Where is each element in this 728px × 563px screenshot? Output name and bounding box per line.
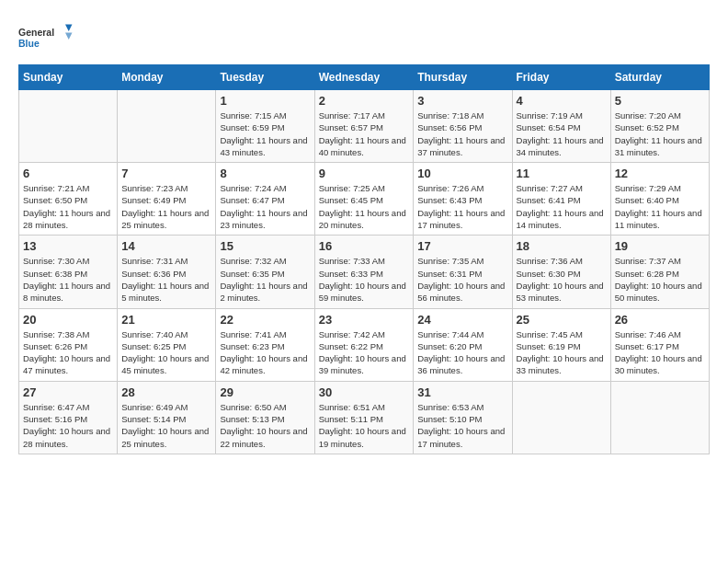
day-info: Sunrise: 7:26 AM Sunset: 6:43 PM Dayligh… <box>417 182 507 231</box>
weekday-header: Wednesday <box>314 65 414 90</box>
calendar-cell: 24Sunrise: 7:44 AM Sunset: 6:20 PM Dayli… <box>414 308 512 381</box>
day-number: 4 <box>517 94 607 108</box>
day-number: 7 <box>121 167 211 180</box>
day-number: 11 <box>517 167 607 180</box>
calendar-cell: 25Sunrise: 7:45 AM Sunset: 6:19 PM Dayli… <box>512 308 610 381</box>
day-number: 26 <box>615 313 705 327</box>
calendar-cell: 8Sunrise: 7:24 AM Sunset: 6:47 PM Daylig… <box>216 163 314 236</box>
calendar-week-row: 6Sunrise: 7:21 AM Sunset: 6:50 PM Daylig… <box>19 163 710 236</box>
day-number: 30 <box>319 385 410 399</box>
day-info: Sunrise: 7:36 AM Sunset: 6:30 PM Dayligh… <box>517 255 607 304</box>
svg-text:Blue: Blue <box>18 38 40 49</box>
logo-svg: General Blue <box>18 18 74 55</box>
calendar-cell: 17Sunrise: 7:35 AM Sunset: 6:31 PM Dayli… <box>414 236 512 308</box>
calendar-cell: 7Sunrise: 7:23 AM Sunset: 6:49 PM Daylig… <box>118 163 216 236</box>
calendar-cell: 4Sunrise: 7:19 AM Sunset: 6:54 PM Daylig… <box>512 90 610 163</box>
weekday-header-row: SundayMondayTuesdayWednesdayThursdayFrid… <box>19 65 710 90</box>
day-info: Sunrise: 7:19 AM Sunset: 6:54 PM Dayligh… <box>517 109 607 158</box>
calendar-cell: 27Sunrise: 6:47 AM Sunset: 5:16 PM Dayli… <box>19 381 118 454</box>
day-number: 29 <box>220 385 310 399</box>
calendar-cell <box>19 90 118 163</box>
calendar-week-row: 20Sunrise: 7:38 AM Sunset: 6:26 PM Dayli… <box>19 308 710 381</box>
day-info: Sunrise: 7:27 AM Sunset: 6:41 PM Dayligh… <box>517 182 607 231</box>
day-info: Sunrise: 7:40 AM Sunset: 6:25 PM Dayligh… <box>121 328 211 377</box>
day-info: Sunrise: 6:53 AM Sunset: 5:10 PM Dayligh… <box>417 401 507 450</box>
calendar-cell: 11Sunrise: 7:27 AM Sunset: 6:41 PM Dayli… <box>512 163 610 236</box>
weekday-header: Thursday <box>414 65 512 90</box>
calendar-cell: 1Sunrise: 7:15 AM Sunset: 6:59 PM Daylig… <box>216 90 314 163</box>
weekday-header: Friday <box>512 65 610 90</box>
day-number: 6 <box>23 167 113 180</box>
day-info: Sunrise: 7:20 AM Sunset: 6:52 PM Dayligh… <box>615 109 705 158</box>
day-info: Sunrise: 7:38 AM Sunset: 6:26 PM Dayligh… <box>23 328 113 377</box>
day-info: Sunrise: 7:29 AM Sunset: 6:40 PM Dayligh… <box>615 182 705 231</box>
calendar-cell: 18Sunrise: 7:36 AM Sunset: 6:30 PM Dayli… <box>512 236 610 308</box>
day-number: 19 <box>615 239 705 253</box>
page-header: General Blue <box>18 18 710 55</box>
calendar-cell: 6Sunrise: 7:21 AM Sunset: 6:50 PM Daylig… <box>19 163 118 236</box>
weekday-header: Monday <box>118 65 216 90</box>
day-number: 9 <box>319 167 410 180</box>
day-number: 3 <box>417 94 507 108</box>
day-number: 16 <box>319 239 410 253</box>
day-info: Sunrise: 7:30 AM Sunset: 6:38 PM Dayligh… <box>23 255 113 304</box>
calendar-cell: 12Sunrise: 7:29 AM Sunset: 6:40 PM Dayli… <box>610 163 709 236</box>
svg-marker-3 <box>65 33 73 40</box>
day-number: 14 <box>121 239 211 253</box>
calendar-cell: 15Sunrise: 7:32 AM Sunset: 6:35 PM Dayli… <box>216 236 314 308</box>
day-info: Sunrise: 7:15 AM Sunset: 6:59 PM Dayligh… <box>220 109 310 158</box>
day-number: 18 <box>517 239 607 253</box>
day-number: 31 <box>417 385 507 399</box>
calendar-cell: 10Sunrise: 7:26 AM Sunset: 6:43 PM Dayli… <box>414 163 512 236</box>
weekday-header: Saturday <box>610 65 709 90</box>
calendar-cell <box>610 381 709 454</box>
day-number: 22 <box>220 313 310 327</box>
day-info: Sunrise: 7:32 AM Sunset: 6:35 PM Dayligh… <box>220 255 310 304</box>
calendar-cell: 30Sunrise: 6:51 AM Sunset: 5:11 PM Dayli… <box>314 381 414 454</box>
day-info: Sunrise: 7:41 AM Sunset: 6:23 PM Dayligh… <box>220 328 310 377</box>
calendar-cell: 16Sunrise: 7:33 AM Sunset: 6:33 PM Dayli… <box>314 236 414 308</box>
calendar-cell <box>512 381 610 454</box>
day-info: Sunrise: 6:47 AM Sunset: 5:16 PM Dayligh… <box>23 401 113 450</box>
calendar-cell: 19Sunrise: 7:37 AM Sunset: 6:28 PM Dayli… <box>610 236 709 308</box>
day-info: Sunrise: 7:24 AM Sunset: 6:47 PM Dayligh… <box>220 182 310 231</box>
calendar-cell: 20Sunrise: 7:38 AM Sunset: 6:26 PM Dayli… <box>19 308 118 381</box>
calendar-week-row: 1Sunrise: 7:15 AM Sunset: 6:59 PM Daylig… <box>19 90 710 163</box>
day-info: Sunrise: 7:46 AM Sunset: 6:17 PM Dayligh… <box>615 328 705 377</box>
svg-text:General: General <box>18 27 54 38</box>
day-number: 2 <box>319 94 410 108</box>
calendar-cell: 9Sunrise: 7:25 AM Sunset: 6:45 PM Daylig… <box>314 163 414 236</box>
logo: General Blue <box>18 18 74 55</box>
day-info: Sunrise: 6:50 AM Sunset: 5:13 PM Dayligh… <box>220 401 310 450</box>
calendar-cell: 31Sunrise: 6:53 AM Sunset: 5:10 PM Dayli… <box>414 381 512 454</box>
day-number: 1 <box>220 94 310 108</box>
calendar-cell: 28Sunrise: 6:49 AM Sunset: 5:14 PM Dayli… <box>118 381 216 454</box>
day-number: 17 <box>417 239 507 253</box>
day-info: Sunrise: 7:21 AM Sunset: 6:50 PM Dayligh… <box>23 182 113 231</box>
calendar-cell: 26Sunrise: 7:46 AM Sunset: 6:17 PM Dayli… <box>610 308 709 381</box>
day-number: 15 <box>220 239 310 253</box>
day-number: 23 <box>319 313 410 327</box>
day-info: Sunrise: 7:17 AM Sunset: 6:57 PM Dayligh… <box>319 109 410 158</box>
svg-marker-2 <box>65 25 73 32</box>
day-number: 20 <box>23 313 113 327</box>
day-info: Sunrise: 7:25 AM Sunset: 6:45 PM Dayligh… <box>319 182 410 231</box>
calendar-cell: 29Sunrise: 6:50 AM Sunset: 5:13 PM Dayli… <box>216 381 314 454</box>
day-number: 24 <box>417 313 507 327</box>
day-info: Sunrise: 7:45 AM Sunset: 6:19 PM Dayligh… <box>517 328 607 377</box>
day-info: Sunrise: 6:51 AM Sunset: 5:11 PM Dayligh… <box>319 401 410 450</box>
day-info: Sunrise: 7:42 AM Sunset: 6:22 PM Dayligh… <box>319 328 410 377</box>
weekday-header: Sunday <box>19 65 118 90</box>
day-number: 21 <box>121 313 211 327</box>
day-info: Sunrise: 7:31 AM Sunset: 6:36 PM Dayligh… <box>121 255 211 304</box>
weekday-header: Tuesday <box>216 65 314 90</box>
calendar-cell <box>118 90 216 163</box>
day-info: Sunrise: 7:44 AM Sunset: 6:20 PM Dayligh… <box>417 328 507 377</box>
calendar-table: SundayMondayTuesdayWednesdayThursdayFrid… <box>18 64 710 454</box>
day-info: Sunrise: 7:18 AM Sunset: 6:56 PM Dayligh… <box>417 109 507 158</box>
calendar-cell: 14Sunrise: 7:31 AM Sunset: 6:36 PM Dayli… <box>118 236 216 308</box>
calendar-cell: 21Sunrise: 7:40 AM Sunset: 6:25 PM Dayli… <box>118 308 216 381</box>
day-number: 5 <box>615 94 705 108</box>
calendar-cell: 5Sunrise: 7:20 AM Sunset: 6:52 PM Daylig… <box>610 90 709 163</box>
calendar-week-row: 27Sunrise: 6:47 AM Sunset: 5:16 PM Dayli… <box>19 381 710 454</box>
